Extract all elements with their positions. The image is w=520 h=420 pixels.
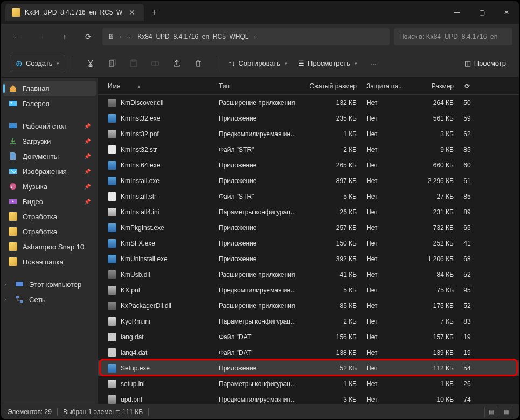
details-view-button[interactable]: ▤ (484, 407, 497, 417)
sidebar-item-network[interactable]: › Сеть (3, 292, 96, 307)
grid-view-button[interactable]: ▦ (500, 407, 512, 417)
column-protection[interactable]: Защита па... (364, 82, 410, 90)
sidebar-item-folder2[interactable]: Отработка (3, 224, 96, 239)
cut-button[interactable] (81, 54, 100, 73)
column-type[interactable]: Тип (219, 82, 305, 90)
column-packed[interactable]: Сжатый размер (305, 82, 364, 90)
file-row[interactable]: KmInst32.exe Приложение 235 КБ Нет 561 К… (98, 110, 519, 126)
sort-button[interactable]: ↑↓ Сортировать ▾ (224, 56, 292, 71)
file-packed: 5 КБ (305, 286, 364, 294)
minimize-button[interactable]: — (445, 1, 469, 24)
file-type: Приложение (219, 162, 305, 169)
pin-icon: 📌 (84, 123, 91, 129)
file-row[interactable]: KmInstall.exe Приложение 897 КБ Нет 2 29… (98, 173, 519, 188)
sidebar-item-desktop[interactable]: Рабочий стол 📌 (3, 118, 96, 134)
file-row[interactable]: KmDiscover.dll Расширение приложения 132… (98, 95, 519, 110)
new-tab-button[interactable]: + (144, 8, 164, 17)
breadcrumb[interactable]: Kx84_UPD_8.4.1716_en_RC5_WHQL (137, 33, 248, 40)
more-button[interactable]: ··· (364, 54, 383, 73)
file-protection: Нет (364, 208, 410, 216)
file-row[interactable]: KmInst32.pnf Предкомпилируемая ин... 1 К… (98, 126, 519, 142)
sidebar-item-thispc[interactable]: › Этот компьютер (3, 277, 96, 292)
file-packed: 1 КБ (305, 130, 364, 138)
back-button[interactable]: ← (8, 27, 27, 46)
sidebar-item-downloads[interactable]: Загрузки 📌 (3, 134, 96, 149)
file-packed: 150 КБ (305, 240, 364, 247)
sort-icon: ↑↓ (228, 59, 235, 67)
file-row[interactable]: KyoRm.ini Параметры конфигурац... 2 КБ Н… (98, 313, 519, 329)
up-button[interactable]: ↑ (55, 27, 74, 46)
file-row[interactable]: KmInst64.exe Приложение 265 КБ Нет 660 К… (98, 157, 519, 173)
scissors-icon (86, 59, 95, 68)
file-packed: 265 КБ (305, 162, 364, 169)
forward-button[interactable]: → (31, 27, 51, 46)
sidebar-item-folder3[interactable]: Ashampoo Snap 10 (3, 239, 96, 254)
address-ellipsis[interactable]: ··· (127, 33, 132, 40)
file-packed: 2 КБ (305, 146, 364, 153)
file-row[interactable]: upd.pnf Предкомпилируемая ин... 3 КБ Нет… (98, 391, 519, 404)
preview-button[interactable]: ◫ Просмотр (460, 56, 510, 71)
document-icon (9, 152, 17, 160)
sidebar-item-videos[interactable]: Видео 📌 (3, 194, 96, 209)
file-icon (108, 130, 116, 138)
rename-icon (151, 59, 160, 68)
share-button[interactable] (167, 54, 186, 73)
file-row[interactable]: KxPackagerDll.dll Расширение приложения … (98, 298, 519, 313)
file-type: Файл "STR" (219, 193, 305, 200)
close-button[interactable]: ✕ (494, 1, 519, 24)
pictures-icon (9, 167, 17, 176)
file-last: 60 (459, 162, 475, 169)
file-row[interactable]: KmSFX.exe Приложение 150 КБ Нет 252 КБ 4… (98, 235, 519, 251)
file-row[interactable]: lang4.dat Файл "DAT" 138 КБ Нет 139 КБ 1… (98, 345, 519, 360)
file-icon (108, 99, 116, 107)
column-last[interactable]: ⟳ (459, 82, 475, 90)
file-row[interactable]: KmUninstall.exe Приложение 392 КБ Нет 1 … (98, 251, 519, 267)
file-size: 3 КБ (410, 130, 459, 138)
tab[interactable]: Kx84_UPD_8.4.1716_en_RC5_W ✕ (5, 4, 144, 21)
explorer-window: Kx84_UPD_8.4.1716_en_RC5_W ✕ + — ▢ ✕ ← →… (1, 1, 519, 419)
search-input[interactable]: Поиск в: Kx84_UPD_8.4.1716_en (394, 28, 512, 45)
copy-button[interactable] (102, 54, 122, 73)
sidebar-item-documents[interactable]: Документы 📌 (3, 149, 96, 164)
file-icon (108, 223, 116, 232)
file-last: 85 (459, 193, 475, 200)
sidebar-item-music[interactable]: Музыка 📌 (3, 179, 96, 194)
delete-button[interactable] (189, 54, 208, 73)
file-row[interactable]: Setup.exe Приложение 52 КБ Нет 112 КБ 54 (98, 360, 519, 376)
file-row[interactable]: setup.ini Параметры конфигурац... 1 КБ Н… (98, 376, 519, 391)
sidebar-item-pictures[interactable]: Изображения 📌 (3, 164, 96, 179)
sidebar-item-folder4[interactable]: Новая папка (3, 254, 96, 269)
file-packed: 52 КБ (305, 365, 364, 372)
file-packed: 85 КБ (305, 302, 364, 310)
file-row[interactable]: KX.pnf Предкомпилируемая ин... 5 КБ Нет … (98, 282, 519, 298)
file-row[interactable]: KmUsb.dll Расширение приложения 41 КБ Не… (98, 267, 519, 282)
file-type: Предкомпилируемая ин... (219, 396, 305, 403)
sidebar-item-home[interactable]: Главная (3, 81, 96, 96)
file-packed: 5 КБ (305, 193, 364, 200)
statusbar: Элементов: 29 Выбран 1 элемент: 111 КБ ▤… (1, 404, 519, 419)
file-row[interactable]: KmPkgInst.exe Приложение 257 КБ Нет 732 … (98, 220, 519, 235)
column-size[interactable]: Размер (410, 82, 459, 90)
file-last: 68 (459, 255, 475, 263)
close-tab-icon[interactable]: ✕ (127, 8, 137, 17)
file-row[interactable]: KmInstall4.ini Параметры конфигурац... 2… (98, 204, 519, 220)
new-button[interactable]: ⊕ Создать ▾ (10, 55, 65, 72)
paste-button[interactable] (124, 54, 143, 73)
sidebar-item-gallery[interactable]: Галерея (3, 96, 96, 111)
file-row[interactable]: lang.dat Файл "DAT" 156 КБ Нет 157 КБ 19 (98, 329, 519, 345)
rename-button[interactable] (145, 54, 165, 73)
file-name: lang.dat (121, 333, 144, 341)
file-icon (108, 239, 116, 248)
file-type: Расширение приложения (219, 99, 305, 107)
maximize-button[interactable]: ▢ (469, 1, 494, 24)
column-name[interactable]: Имя▲ (102, 82, 219, 90)
file-row[interactable]: KmInst32.str Файл "STR" 2 КБ Нет 9 КБ 85 (98, 142, 519, 157)
file-packed: 26 КБ (305, 208, 364, 216)
refresh-button[interactable]: ⟳ (79, 27, 98, 46)
sidebar-item-folder1[interactable]: Отработка (3, 209, 96, 224)
file-row[interactable]: KmInstall.str Файл "STR" 5 КБ Нет 27 КБ … (98, 188, 519, 204)
address-bar[interactable]: 🖥 › ··· Kx84_UPD_8.4.1716_en_RC5_WHQL › (102, 28, 390, 45)
view-button[interactable]: ☰ Просмотреть ▾ (294, 56, 362, 71)
music-icon (9, 182, 17, 191)
file-size: 1 КБ (410, 380, 459, 388)
